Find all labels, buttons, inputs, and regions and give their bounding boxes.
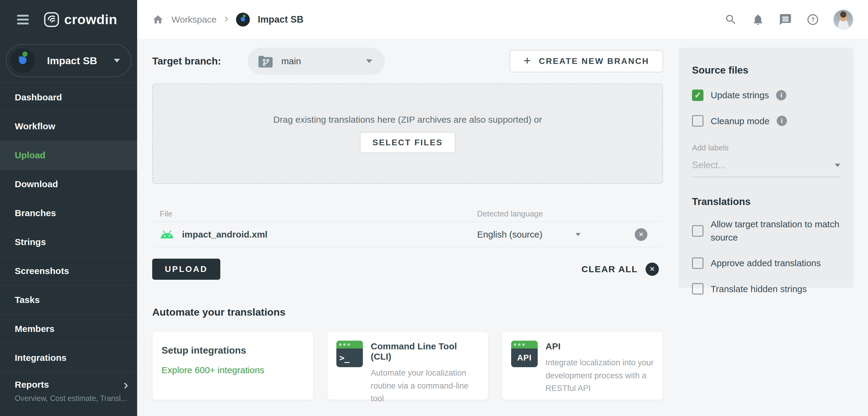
card-description: Automate your localization routine via a… xyxy=(371,366,479,405)
chevron-right-icon: › xyxy=(124,380,128,389)
clear-all-x-icon: ✕ xyxy=(646,263,659,276)
terminal-titlebar xyxy=(336,340,363,349)
terminal-titlebar xyxy=(511,340,538,349)
home-icon[interactable] xyxy=(152,14,164,25)
file-cell: impact_android.xml xyxy=(152,229,477,240)
card-title: API xyxy=(546,341,654,352)
messages-chat-icon[interactable] xyxy=(779,13,792,26)
crowdin-logo-text: crowdin xyxy=(64,12,117,27)
sidebar-item-reports[interactable]: Reports › Overview, Cost estimate, Trans… xyxy=(0,372,137,415)
allow-match-source-checkbox[interactable] xyxy=(692,225,704,237)
sidebar: crowdin Impact SB Dashboard Workflow Upl… xyxy=(0,0,137,416)
option-approve-added: Approve added translations xyxy=(692,257,840,270)
cli-terminal-icon: >_ xyxy=(336,340,363,367)
info-icon[interactable]: i xyxy=(777,116,787,126)
sidebar-item-members[interactable]: Members xyxy=(0,315,137,343)
reports-sublabel: Overview, Cost estimate, Transl... xyxy=(15,394,128,403)
plus-icon: + xyxy=(524,54,531,67)
sidebar-header: crowdin xyxy=(0,0,137,39)
labels-select[interactable]: Select... xyxy=(692,160,840,177)
option-cleanup-mode: Cleanup mode i xyxy=(692,115,840,128)
option-update-strings: ✓ Update strings i xyxy=(692,89,840,102)
sidebar-item-branches[interactable]: Branches xyxy=(0,199,137,228)
card-cli[interactable]: >_ Command Line Tool (CLI) Automate your… xyxy=(327,331,488,400)
sidebar-item-integrations[interactable]: Integrations xyxy=(0,343,137,372)
update-strings-checkbox[interactable]: ✓ xyxy=(692,90,704,101)
column-detected-language: Detected language xyxy=(477,209,663,218)
crowdin-logo[interactable]: crowdin xyxy=(44,12,117,27)
create-new-branch-button[interactable]: + CREATE NEW BRANCH xyxy=(510,50,663,72)
topbar: Workspace › Impact SB xyxy=(137,0,868,39)
sidebar-item-dashboard[interactable]: Dashboard xyxy=(0,83,137,112)
table-header: File Detected language xyxy=(152,206,663,222)
chevron-down-icon xyxy=(114,59,120,62)
upload-button[interactable]: UPLOAD xyxy=(152,259,220,280)
automation-cards: Setup integrations Explore 600+ integrat… xyxy=(152,331,663,400)
search-icon[interactable] xyxy=(724,13,737,26)
topbar-icons: ? xyxy=(724,10,853,29)
branch-folder-icon xyxy=(257,54,274,68)
breadcrumb: Workspace › Impact SB xyxy=(152,13,724,27)
add-labels-label: Add labels xyxy=(692,143,840,152)
info-icon[interactable]: i xyxy=(776,90,786,100)
option-translate-hidden: Translate hidden strings xyxy=(692,283,840,296)
breadcrumb-project[interactable]: Impact SB xyxy=(258,14,304,25)
android-icon xyxy=(160,230,174,239)
sidebar-item-tasks[interactable]: Tasks xyxy=(0,286,137,315)
explore-integrations-link[interactable]: Explore 600+ integrations xyxy=(161,365,264,375)
project-switcher[interactable]: Impact SB xyxy=(6,44,131,77)
crowdin-logo-icon xyxy=(44,12,59,27)
file-name: impact_android.xml xyxy=(182,229,267,240)
sidebar-item-strings[interactable]: Strings xyxy=(0,228,137,257)
breadcrumb-project-avatar xyxy=(236,13,250,27)
translations-title: Translations xyxy=(692,196,840,207)
uploaded-files-table: File Detected language impact_android.xm… xyxy=(152,206,663,247)
source-files-title: Source files xyxy=(692,64,840,76)
labels-select-placeholder: Select... xyxy=(692,160,835,171)
approve-added-checkbox[interactable] xyxy=(692,258,704,269)
clear-all-button[interactable]: CLEAR ALL ✕ xyxy=(581,263,659,276)
column-file: File xyxy=(152,209,477,218)
sidebar-item-screenshots[interactable]: Screenshots xyxy=(0,257,137,286)
table-row: impact_android.xml English (source) ✕ xyxy=(152,222,663,247)
svg-text:?: ? xyxy=(811,16,815,23)
content-area: Target branch: main + CREATE NEW BRANCH … xyxy=(137,39,868,416)
chevron-down-icon[interactable] xyxy=(576,233,581,236)
menu-icon[interactable] xyxy=(17,15,29,24)
target-branch-label: Target branch: xyxy=(152,56,221,67)
sidebar-item-upload[interactable]: Upload xyxy=(0,141,137,170)
branch-selector-value: main xyxy=(281,56,366,66)
sidebar-item-workflow[interactable]: Workflow xyxy=(0,112,137,141)
upload-main: Target branch: main + CREATE NEW BRANCH … xyxy=(152,39,663,400)
chevron-down-icon xyxy=(366,59,372,63)
select-files-button[interactable]: SELECT FILES xyxy=(360,132,456,153)
file-dropzone[interactable]: Drag existing translations here (ZIP arc… xyxy=(152,84,663,184)
card-description: Integrate localization into your develop… xyxy=(546,356,654,395)
option-allow-match-source: Allow target translation to match source xyxy=(692,218,840,244)
user-avatar[interactable] xyxy=(834,10,853,29)
detected-language-select[interactable]: English (source) xyxy=(477,229,542,240)
project-avatar xyxy=(10,48,35,73)
translate-hidden-checkbox[interactable] xyxy=(692,283,704,295)
breadcrumb-separator-icon: › xyxy=(224,12,228,25)
card-title: Command Line Tool (CLI) xyxy=(371,341,479,362)
remove-file-button[interactable]: ✕ xyxy=(635,228,647,241)
project-switcher-label: Impact SB xyxy=(47,55,114,67)
sidebar-item-download[interactable]: Download xyxy=(0,170,137,199)
dropzone-hint: Drag existing translations here (ZIP arc… xyxy=(273,115,542,125)
notifications-bell-icon[interactable] xyxy=(752,13,764,26)
upload-actions: UPLOAD CLEAR ALL ✕ xyxy=(152,259,663,280)
branch-selector[interactable]: main xyxy=(248,48,385,75)
card-title: Setup integrations xyxy=(161,345,304,356)
language-cell: English (source) ✕ xyxy=(477,228,663,241)
cleanup-mode-checkbox[interactable] xyxy=(692,115,704,127)
card-api[interactable]: API API Integrate localization into your… xyxy=(502,331,663,400)
sidebar-nav: Dashboard Workflow Upload Download Branc… xyxy=(0,83,137,415)
automate-heading: Automate your translations xyxy=(152,306,663,318)
breadcrumb-workspace[interactable]: Workspace xyxy=(172,14,217,25)
upload-options-panel: Source files ✓ Update strings i Cleanup … xyxy=(679,48,854,288)
help-icon[interactable]: ? xyxy=(807,13,819,26)
branch-row: Target branch: main + CREATE NEW BRANCH xyxy=(152,48,663,75)
chevron-down-icon xyxy=(835,164,840,167)
card-setup-integrations[interactable]: Setup integrations Explore 600+ integrat… xyxy=(152,331,313,400)
